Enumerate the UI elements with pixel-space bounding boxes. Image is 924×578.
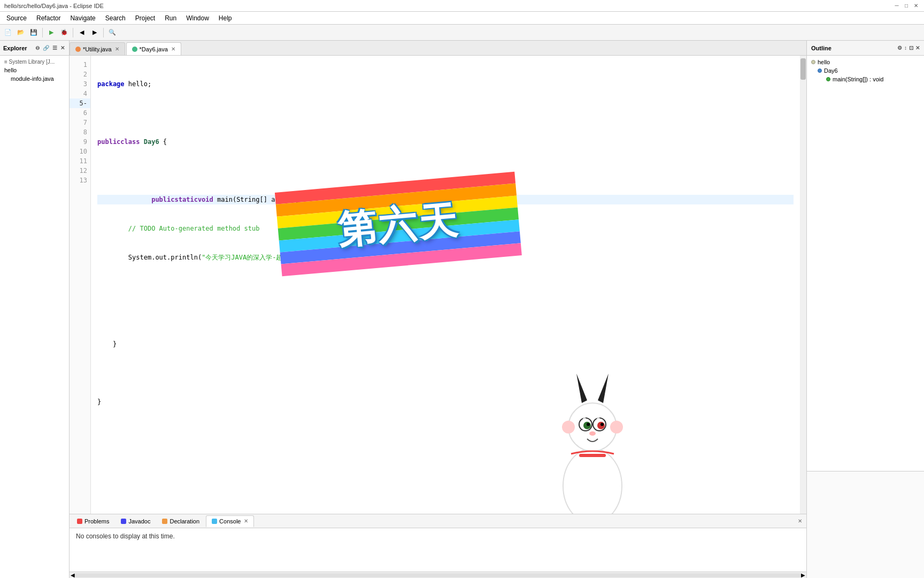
tab-declaration[interactable]: Declaration	[157, 515, 205, 527]
outline-icon-group: ⚙ ↕ ⊡ ✕	[897, 45, 920, 51]
line-num-1: 1	[70, 60, 90, 70]
explorer-panel: Explorer ⊖ 🔗 ☰ ✕ ≡ System Library [J... …	[0, 41, 70, 578]
menu-project[interactable]: Project	[131, 13, 159, 23]
explorer-header: Explorer ⊖ 🔗 ☰ ✕	[0, 41, 69, 56]
menu-help[interactable]: Help	[214, 13, 236, 23]
bottom-panel-close[interactable]: ✕	[796, 517, 804, 525]
code-line-11	[97, 368, 794, 378]
svg-point-13	[583, 417, 586, 421]
banner-overlay: 第六天	[278, 163, 519, 248]
tab-day6-close[interactable]: ✕	[171, 46, 175, 52]
tab-console-close[interactable]: ✕	[244, 518, 248, 524]
toolbar-save[interactable]: 💾	[28, 27, 40, 39]
outline-icon-3[interactable]: ⊡	[909, 45, 913, 51]
tab-javadoc-label: Javadoc	[128, 518, 150, 524]
menu-search[interactable]: Search	[101, 13, 130, 23]
outline-icon-2[interactable]: ↕	[904, 45, 907, 51]
explorer-link-icon[interactable]: 🔗	[42, 44, 50, 51]
outline-tree: hello Day6 main(String[]) : void	[807, 56, 924, 471]
scroll-thumb[interactable]	[800, 58, 806, 80]
line-num-8: 8	[70, 127, 90, 137]
line-num-5: 5-	[70, 98, 90, 108]
horizontal-scrollbar[interactable]: ◀ ▶	[70, 572, 806, 578]
hscroll-left[interactable]: ◀	[71, 572, 75, 578]
hscroll-right[interactable]: ▶	[801, 572, 805, 578]
outline-panel: Outline ⚙ ↕ ⊡ ✕ hello Day6 main(String[]…	[806, 41, 924, 578]
menu-source[interactable]: Source	[2, 13, 31, 23]
problems-icon	[77, 519, 82, 524]
declaration-icon	[162, 519, 167, 524]
toolbar-back[interactable]: ◀	[76, 27, 88, 39]
toolbar: 📄 📂 💾 ▶ 🐞 ◀ ▶ 🔍	[0, 25, 924, 41]
tab-console-label: Console	[219, 518, 241, 524]
code-line-4	[97, 166, 794, 176]
line-num-10: 10	[70, 147, 90, 156]
title-text: hello/src/hello/Day6.java - Eclipse IDE	[4, 3, 104, 9]
tab-utility-label: *Utility.java	[83, 46, 112, 52]
menu-window[interactable]: Window	[182, 13, 213, 23]
toolbar-fwd[interactable]: ▶	[89, 27, 101, 39]
outline-hello-dot	[811, 60, 815, 64]
toolbar-open[interactable]: 📂	[15, 27, 27, 39]
title-controls: ─ □ ✕	[893, 2, 920, 10]
hscroll-track[interactable]	[75, 573, 801, 577]
outline-main[interactable]: main(String[]) : void	[809, 75, 922, 83]
tree-module-info[interactable]: module-info.java	[0, 74, 69, 83]
main-layout: Explorer ⊖ 🔗 ☰ ✕ ≡ System Library [J... …	[0, 41, 924, 578]
outline-hello[interactable]: hello	[809, 58, 922, 66]
console-icon	[212, 519, 217, 524]
line-num-2: 2	[70, 70, 90, 79]
toolbar-search[interactable]: 🔍	[106, 27, 118, 39]
explorer-collapse-icon[interactable]: ⊖	[34, 44, 41, 51]
title-bar: hello/src/hello/Day6.java - Eclipse IDE …	[0, 0, 924, 12]
outline-day6-label: Day6	[824, 67, 838, 74]
code-editor[interactable]: package hello; public class Day6 { publi…	[91, 56, 800, 514]
line-num-3: 3	[70, 79, 90, 89]
mascot-area	[495, 332, 613, 514]
code-area-wrapper: 1 2 3 4 5- 6 7 8 9 10 11 12 13 package h…	[70, 56, 806, 514]
menu-run[interactable]: Run	[160, 13, 181, 23]
svg-point-14	[597, 417, 600, 421]
toolbar-sep-1	[42, 28, 43, 37]
minimize-button[interactable]: ─	[893, 2, 900, 10]
close-button[interactable]: ✕	[912, 2, 920, 10]
explorer-tree: ≡ System Library [J... hello module-info…	[0, 56, 69, 578]
outline-icon-1[interactable]: ⚙	[897, 45, 902, 51]
vertical-scrollbar[interactable]	[800, 56, 806, 514]
tab-utility-close[interactable]: ✕	[115, 46, 119, 52]
explorer-title: Explorer	[3, 45, 27, 51]
console-message: No consoles to display at this time.	[76, 533, 175, 540]
explorer-close-icon[interactable]: ✕	[59, 44, 66, 51]
toolbar-debug[interactable]: 🐞	[58, 27, 70, 39]
code-line-7: System.out.println("今天学习JAVA的深入学-超进化");	[97, 253, 794, 262]
code-line-10: }	[97, 339, 794, 349]
tree-hello[interactable]: hello	[0, 66, 69, 74]
maximize-button[interactable]: □	[903, 2, 910, 10]
tab-console[interactable]: Console ✕	[206, 515, 254, 527]
code-line-6: // TODO Auto-generated method stub	[97, 224, 794, 233]
menu-navigate[interactable]: Navigate	[66, 13, 99, 23]
tab-utility[interactable]: *Utility.java ✕	[70, 42, 125, 55]
outline-day6-dot	[818, 69, 822, 73]
code-line-13	[97, 426, 794, 436]
outline-close[interactable]: ✕	[915, 45, 920, 51]
explorer-menu-icon[interactable]: ☰	[51, 44, 58, 51]
line-num-12: 12	[70, 166, 90, 176]
tree-system-library[interactable]: ≡ System Library [J...	[0, 58, 69, 66]
svg-rect-15	[579, 454, 606, 457]
tab-utility-icon	[75, 47, 81, 52]
menu-refactor[interactable]: Refactor	[32, 13, 65, 23]
line-num-6: 6	[70, 108, 90, 118]
outline-day6[interactable]: Day6	[809, 66, 922, 75]
tab-day6[interactable]: *Day6.java ✕	[126, 42, 181, 55]
tab-day6-label: *Day6.java	[140, 46, 168, 52]
line-numbers: 1 2 3 4 5- 6 7 8 9 10 11 12 13	[70, 56, 91, 514]
tab-bar: *Utility.java ✕ *Day6.java ✕	[70, 41, 806, 56]
outline-title: Outline	[811, 45, 831, 51]
line-num-7: 7	[70, 118, 90, 127]
toolbar-new[interactable]: 📄	[2, 27, 14, 39]
tab-javadoc[interactable]: Javadoc	[116, 515, 156, 527]
toolbar-run[interactable]: ▶	[45, 27, 57, 39]
tab-problems[interactable]: Problems	[72, 515, 114, 527]
bottom-tabs: Problems Javadoc Declaration Console ✕ ✕	[70, 514, 806, 528]
